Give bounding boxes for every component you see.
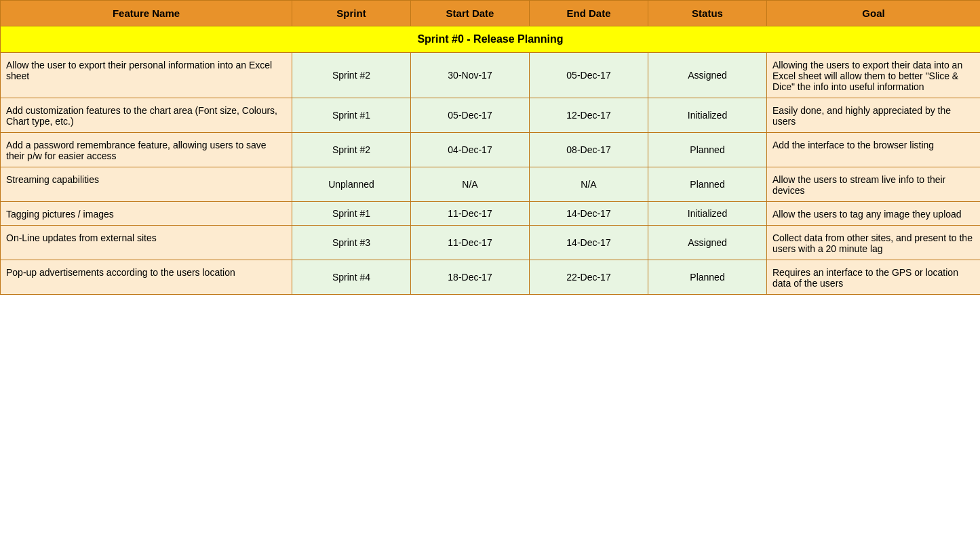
cell-end: 05-Dec-17 — [530, 53, 648, 98]
cell-status: Assigned — [648, 226, 767, 260]
cell-start: 11-Dec-17 — [411, 202, 530, 226]
cell-feature: Pop-up advertisements according to the u… — [1, 260, 292, 295]
cell-feature: Streaming capabilities — [1, 167, 292, 202]
cell-sprint: Sprint #2 — [292, 53, 411, 98]
col-header-sprint: Sprint — [292, 1, 411, 26]
cell-goal: Allow the users to tag any image they up… — [767, 202, 981, 226]
cell-sprint: Sprint #4 — [292, 260, 411, 295]
table-row: Tagging pictures / images Sprint #1 11-D… — [1, 202, 981, 226]
table-row: Streaming capabilities Unplanned N/A N/A… — [1, 167, 981, 202]
cell-end: 14-Dec-17 — [530, 226, 648, 260]
cell-start: 04-Dec-17 — [411, 133, 530, 167]
cell-sprint: Unplanned — [292, 167, 411, 202]
cell-status: Initialized — [648, 98, 767, 133]
cell-end: 12-Dec-17 — [530, 98, 648, 133]
table-row: Add a password remembrance feature, allo… — [1, 133, 981, 167]
cell-sprint: Sprint #3 — [292, 226, 411, 260]
cell-status: Planned — [648, 260, 767, 295]
cell-start: 30-Nov-17 — [411, 53, 530, 98]
cell-feature: Tagging pictures / images — [1, 202, 292, 226]
table-row: On-Line updates from external sites Spri… — [1, 226, 981, 260]
cell-end: 22-Dec-17 — [530, 260, 648, 295]
table-row: Pop-up advertisements according to the u… — [1, 260, 981, 295]
table-row: Add customization features to the chart … — [1, 98, 981, 133]
cell-start: 05-Dec-17 — [411, 98, 530, 133]
col-header-goal: Goal — [767, 1, 981, 26]
cell-sprint: Sprint #2 — [292, 133, 411, 167]
cell-status: Assigned — [648, 53, 767, 98]
col-header-feature: Feature Name — [1, 1, 292, 26]
cell-end: 14-Dec-17 — [530, 202, 648, 226]
cell-status: Planned — [648, 133, 767, 167]
sprint-group-label: Sprint #0 - Release Planning — [1, 26, 981, 53]
col-header-start: Start Date — [411, 1, 530, 26]
col-header-status: Status — [648, 1, 767, 26]
sprint-group-header: Sprint #0 - Release Planning — [1, 26, 981, 53]
header-row: Feature Name Sprint Start Date End Date … — [1, 1, 981, 26]
cell-end: N/A — [530, 167, 648, 202]
cell-goal: Easily done, and highly appreciated by t… — [767, 98, 981, 133]
cell-feature: Allow the user to export their personal … — [1, 53, 292, 98]
cell-goal: Add the interface to the browser listing — [767, 133, 981, 167]
cell-end: 08-Dec-17 — [530, 133, 648, 167]
cell-sprint: Sprint #1 — [292, 98, 411, 133]
cell-feature: Add a password remembrance feature, allo… — [1, 133, 292, 167]
sprint-table: Feature Name Sprint Start Date End Date … — [0, 0, 980, 295]
cell-goal: Requires an interface to the GPS or loca… — [767, 260, 981, 295]
cell-start: N/A — [411, 167, 530, 202]
cell-goal: Allow the users to stream live info to t… — [767, 167, 981, 202]
col-header-end: End Date — [530, 1, 648, 26]
cell-status: Initialized — [648, 202, 767, 226]
table-row: Allow the user to export their personal … — [1, 53, 981, 98]
cell-goal: Allowing the users to export their data … — [767, 53, 981, 98]
cell-status: Planned — [648, 167, 767, 202]
cell-feature: On-Line updates from external sites — [1, 226, 292, 260]
cell-goal: Collect data from other sites, and prese… — [767, 226, 981, 260]
cell-start: 18-Dec-17 — [411, 260, 530, 295]
cell-start: 11-Dec-17 — [411, 226, 530, 260]
cell-sprint: Sprint #1 — [292, 202, 411, 226]
cell-feature: Add customization features to the chart … — [1, 98, 292, 133]
